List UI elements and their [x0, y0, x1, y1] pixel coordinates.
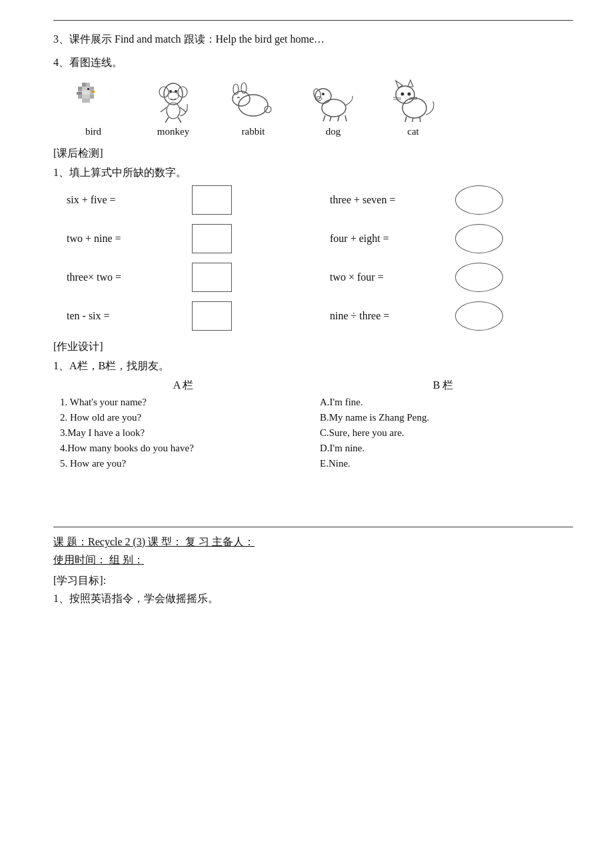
math-row-r2: four + eight = [330, 224, 573, 253]
math-row-r4: nine ÷ three = [330, 301, 573, 331]
svg-rect-2 [78, 87, 82, 91]
rabbit-label: rabbit [242, 126, 265, 137]
math-box-l2 [192, 224, 232, 253]
svg-line-42 [338, 116, 339, 121]
svg-rect-0 [82, 83, 86, 87]
match-columns: A 栏 1. What's your name? 2. How old are … [53, 379, 573, 473]
svg-line-43 [345, 115, 346, 121]
math-oval-r2 [455, 224, 503, 253]
match-b2: B.My name is Zhang Peng. [313, 412, 573, 423]
dog-label: dog [326, 126, 341, 137]
math-expr-l4: ten - six = [67, 310, 187, 322]
animal-dog: dog [293, 77, 373, 137]
math-row-r1: three + seven = [330, 185, 573, 215]
math-row-r3: two × four = [330, 263, 573, 292]
svg-line-29 [180, 107, 186, 112]
cat-label: cat [407, 126, 418, 137]
svg-rect-1 [86, 83, 90, 87]
match-b5: E.Nine. [313, 458, 573, 469]
svg-point-23 [169, 90, 172, 93]
column-b: B 栏 A.I'm fine. B.My name is Zhang Peng.… [313, 379, 573, 473]
svg-rect-8 [86, 91, 90, 95]
math-expr-l1: six + five = [67, 194, 187, 206]
match-a2: 2. How old are you? [53, 412, 313, 423]
math-box-l4 [192, 301, 232, 331]
monkey-image [147, 77, 200, 123]
check-subtitle: 1、填上算式中所缺的数字。 [53, 166, 573, 180]
math-row-l4: ten - six = [67, 301, 310, 331]
dog-image [306, 77, 360, 123]
svg-rect-5 [90, 87, 94, 91]
section-check: [课后检测] 1、填上算式中所缺的数字。 six + five = three … [53, 147, 573, 331]
column-a: A 栏 1. What's your name? 2. How old are … [53, 379, 313, 473]
math-expr-r1: three + seven = [330, 194, 450, 206]
svg-point-30 [239, 95, 268, 116]
svg-point-49 [408, 93, 411, 96]
rabbit-image [227, 77, 280, 123]
svg-rect-13 [90, 95, 94, 99]
math-expr-l2: two + nine = [67, 233, 187, 245]
section-homework: [作业设计] 1、A栏，B栏，找朋友。 A 栏 1. What's your n… [53, 340, 573, 473]
svg-rect-12 [86, 95, 90, 99]
svg-rect-14 [82, 99, 86, 103]
section-4: 4、看图连线。 [53, 56, 573, 137]
svg-line-50 [393, 97, 401, 98]
svg-rect-15 [86, 99, 90, 103]
math-oval-r1 [455, 185, 503, 215]
match-b3: C.Sure, here you are. [313, 427, 573, 439]
math-row-l2: two + nine = [67, 224, 310, 253]
svg-point-22 [168, 92, 179, 100]
svg-line-41 [330, 116, 331, 121]
col-b-header: B 栏 [313, 379, 573, 393]
svg-line-56 [420, 117, 420, 122]
col-a-header: A 栏 [53, 379, 313, 393]
section-3: 3、课件展示 Find and match 跟读：Help the bird g… [53, 33, 573, 47]
svg-rect-7 [82, 91, 86, 95]
animal-cat: cat [373, 77, 453, 137]
math-expr-r2: four + eight = [330, 233, 450, 245]
bird-label: bird [85, 126, 101, 137]
match-a5: 5. How are you? [53, 458, 313, 469]
svg-point-48 [401, 93, 404, 96]
svg-line-55 [412, 117, 413, 122]
math-row-l3: three× two = [67, 263, 310, 292]
animal-rabbit: rabbit [213, 77, 293, 137]
svg-point-39 [322, 93, 324, 95]
svg-line-28 [161, 107, 167, 112]
animal-bird: bird [53, 77, 133, 137]
homework-title: [作业设计] [53, 340, 573, 354]
top-divider [53, 20, 573, 21]
bird-image [67, 77, 120, 123]
svg-point-24 [175, 90, 177, 93]
check-title: [课后检测] [53, 147, 573, 161]
cat-image [386, 77, 440, 123]
svg-marker-47 [408, 80, 413, 87]
svg-line-26 [165, 117, 169, 123]
match-a4: 4.How many books do you have? [53, 443, 313, 454]
svg-point-44 [402, 98, 426, 118]
svg-line-54 [405, 117, 406, 122]
math-oval-r4 [455, 301, 503, 331]
svg-rect-16 [87, 88, 89, 90]
math-expr-r4: nine ÷ three = [330, 310, 450, 322]
math-expr-r3: two × four = [330, 271, 450, 283]
math-box-l1 [192, 185, 232, 215]
section3-text: 3、课件展示 Find and match 跟读：Help the bird g… [53, 33, 573, 47]
svg-point-19 [164, 83, 183, 105]
goal1: 1、按照英语指令，学会做摇摇乐。 [53, 592, 573, 606]
svg-rect-17 [91, 91, 95, 93]
svg-line-40 [323, 115, 325, 121]
bottom-divider [53, 527, 573, 527]
section4-title: 4、看图连线。 [53, 56, 573, 70]
goal-title: [学习目标]: [53, 574, 573, 588]
svg-rect-10 [78, 95, 82, 99]
math-row-l1: six + five = [67, 185, 310, 215]
svg-point-37 [312, 88, 322, 100]
course-line: 课 题：Recycle 2 (3) 课 型： 复 习 主备人： [53, 535, 573, 549]
match-b1: A.I'm fine. [313, 397, 573, 408]
homework-subtitle: 1、A栏，B栏，找朋友。 [53, 359, 573, 373]
svg-point-45 [396, 86, 414, 103]
math-box-l3 [192, 263, 232, 292]
match-a1: 1. What's your name? [53, 397, 313, 408]
usage-line: 使用时间： 组 别： [53, 553, 573, 567]
